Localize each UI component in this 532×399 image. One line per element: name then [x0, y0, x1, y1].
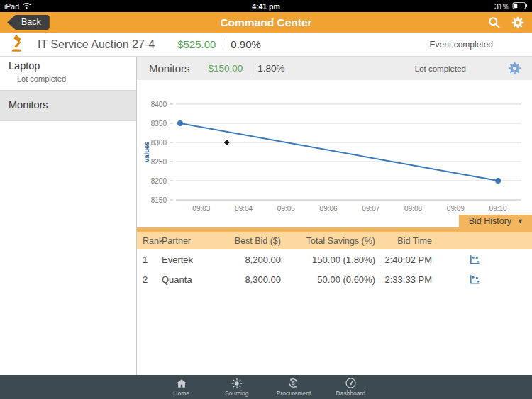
settings-gear-icon[interactable] [511, 16, 525, 30]
content: Laptop Lot completed Monitors Monitors $… [0, 57, 532, 375]
divider [223, 38, 223, 50]
cell-total-savings: 50.00 (0.60%) [282, 274, 377, 285]
bid-chart-area: 81508200825083008350840009:0309:0409:050… [137, 80, 532, 215]
home-icon [176, 378, 187, 389]
table-row: 1Evertek8,200.00150.00 (1.80%)2:40:02 PM [137, 249, 532, 269]
table-row: 2Quanta8,300.0050.00 (0.60%)2:33:33 PM [137, 269, 532, 289]
sidebar-item-laptop[interactable]: Laptop Lot completed [0, 57, 136, 90]
svg-text:09:07: 09:07 [362, 205, 379, 213]
bid-history-row: Bid History ▼ [137, 215, 532, 227]
sidebar-item-status: Lot completed [17, 74, 136, 83]
col-bid-time: Bid Time [377, 236, 433, 246]
lot-savings-percent: 1.80% [257, 63, 284, 74]
nav-bar: Back Command Center [0, 12, 532, 33]
tab-dashboard[interactable]: Dashboard [335, 377, 366, 397]
svg-text:09:03: 09:03 [192, 205, 210, 213]
bid-history-toggle[interactable]: Bid History ▼ [459, 215, 532, 227]
wifi-icon [22, 2, 31, 11]
lot-settings-gear-icon[interactable] [507, 61, 522, 76]
dashboard-gauge-icon [345, 377, 357, 389]
battery-icon [512, 2, 528, 11]
lot-title: Monitors [149, 62, 190, 74]
event-header: IT Service Auction 27-4 $525.00 0.90% Ev… [0, 33, 532, 57]
svg-text:09:06: 09:06 [320, 205, 338, 213]
svg-text:8200: 8200 [151, 177, 167, 185]
lot-sidebar: Laptop Lot completed Monitors [0, 57, 137, 375]
tab-label: Procurement [277, 390, 311, 397]
svg-text:09:09: 09:09 [447, 205, 465, 213]
bid-chart: 81508200825083008350840009:0309:0409:050… [137, 80, 531, 215]
lot-best-bid: $150.00 [209, 63, 243, 74]
status-bar: iPad 4:41 pm 31% [0, 0, 532, 12]
page-title: Command Center [0, 16, 532, 29]
bid-graph-icon[interactable] [433, 274, 481, 286]
col-best-bid: Best Bid ($) [218, 236, 282, 246]
cell-best-bid: 8,300.00 [218, 274, 282, 285]
status-time: 4:41 pm [89, 2, 443, 11]
svg-text:09:05: 09:05 [277, 205, 295, 213]
device-label: iPad [4, 2, 19, 11]
cell-bid-time: 2:40:02 PM [377, 254, 433, 265]
battery-percent: 31% [494, 2, 509, 11]
svg-text:Values: Values [143, 141, 150, 162]
col-total-savings: Total Savings (%) [282, 236, 377, 246]
auction-gavel-icon [9, 35, 26, 53]
tab-label: Dashboard [336, 390, 366, 397]
procurement-cycle-icon: $ [287, 377, 299, 389]
cell-best-bid: 8,200.00 [218, 254, 282, 265]
sidebar-item-label: Monitors [9, 99, 136, 111]
panel-filler [137, 289, 532, 375]
svg-text:8250: 8250 [151, 158, 167, 166]
tab-label: Home [173, 390, 189, 397]
cell-partner: Quanta [160, 274, 218, 285]
tab-sourcing[interactable]: Sourcing [221, 378, 253, 397]
cell-rank: 1 [137, 254, 160, 265]
search-icon[interactable] [487, 16, 501, 29]
tab-label: Sourcing [225, 390, 249, 397]
lot-status: Lot completed [415, 64, 466, 73]
bid-table-header: Rank Partner Best Bid ($) Total Savings … [137, 232, 532, 249]
svg-text:8300: 8300 [151, 139, 167, 147]
col-partner: Partner [160, 236, 218, 246]
event-title: IT Service Auction 27-4 [38, 38, 155, 51]
lot-panel: Monitors $150.00 1.80% Lot completed [137, 57, 532, 375]
svg-text:8350: 8350 [151, 120, 167, 128]
sourcing-sun-icon [231, 378, 243, 389]
event-best-bid: $525.00 [177, 38, 216, 50]
cell-rank: 2 [137, 274, 160, 285]
bid-table-body: 1Evertek8,200.00150.00 (1.80%)2:40:02 PM… [137, 249, 532, 289]
chevron-down-icon: ▼ [517, 218, 523, 225]
svg-text:09:08: 09:08 [404, 205, 422, 213]
tab-procurement[interactable]: $ Procurement [277, 377, 311, 397]
bid-graph-icon[interactable] [433, 254, 481, 266]
cell-total-savings: 150.00 (1.80%) [282, 254, 377, 265]
divider [250, 62, 250, 74]
lot-header: Monitors $150.00 1.80% Lot completed [137, 57, 532, 80]
svg-text:8400: 8400 [151, 101, 167, 108]
bid-history-strip [137, 227, 532, 232]
tab-bar: Home Sourcing [0, 375, 532, 399]
sidebar-item-label: Laptop [9, 60, 136, 72]
svg-text:8150: 8150 [151, 196, 167, 204]
sidebar-item-monitors[interactable]: Monitors [0, 90, 136, 121]
svg-text:09:04: 09:04 [235, 205, 253, 213]
tab-home[interactable]: Home [166, 378, 197, 397]
cell-partner: Evertek [160, 254, 218, 265]
cell-bid-time: 2:33:33 PM [377, 274, 433, 285]
command-center-app: iPad 4:41 pm 31% Back [0, 0, 532, 399]
back-button[interactable]: Back [7, 15, 50, 30]
event-savings-percent: 0.90% [231, 38, 261, 50]
bid-history-label: Bid History [469, 216, 511, 226]
svg-text:$: $ [292, 381, 295, 386]
svg-text:09:10: 09:10 [489, 205, 507, 213]
event-status: Event completed [430, 40, 493, 50]
back-button-label: Back [21, 17, 41, 27]
col-rank: Rank [137, 236, 160, 246]
